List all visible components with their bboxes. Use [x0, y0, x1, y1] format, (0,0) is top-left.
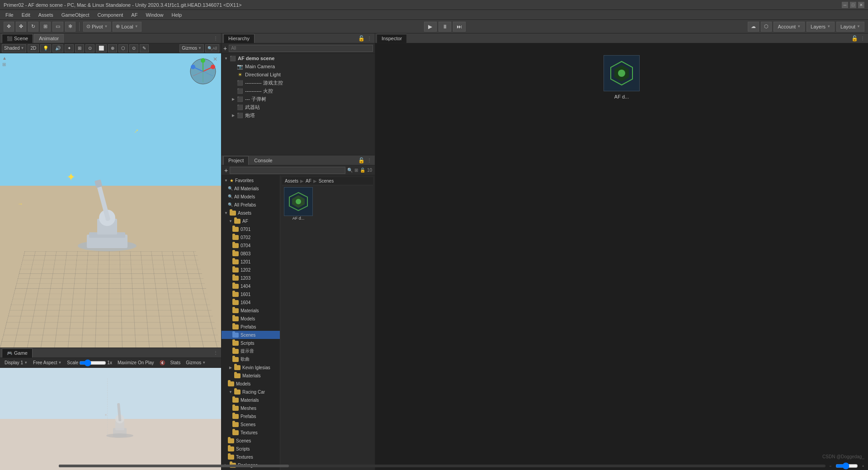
- rc-materials[interactable]: Materials: [222, 396, 280, 404]
- models-folder[interactable]: Models: [222, 380, 280, 388]
- play-button[interactable]: ▶: [424, 22, 437, 32]
- transform-rotate-tool[interactable]: ↻: [28, 22, 38, 32]
- scale-slider[interactable]: [79, 360, 106, 366]
- project-lock[interactable]: 🔓: [358, 157, 365, 164]
- aspect-dropdown[interactable]: Free Aspect ▼: [31, 360, 63, 365]
- tab-scene[interactable]: ⬛ Scene: [2, 34, 33, 43]
- af-tishiyin[interactable]: 提示音: [222, 347, 280, 355]
- add-asset-btn[interactable]: +: [224, 167, 228, 174]
- tab-console[interactable]: Console: [250, 156, 277, 165]
- af-scenes[interactable]: Scenes: [222, 331, 280, 339]
- af-1604[interactable]: 1604: [222, 298, 280, 306]
- proj-hscrollbar-thumb[interactable]: [280, 465, 289, 467]
- pivot-button[interactable]: ⊙ Pivot ▼: [83, 22, 111, 32]
- game-panel-options[interactable]: ⋮: [212, 349, 219, 357]
- inspector-options[interactable]: ⋮: [859, 35, 866, 42]
- af-0701[interactable]: 0701: [222, 225, 280, 233]
- hier-item-fire-control[interactable]: ⬛ ---------- 火控: [222, 87, 375, 95]
- stats-button[interactable]: Stats: [169, 360, 183, 365]
- textures-root-folder[interactable]: Textures: [222, 453, 280, 461]
- favorites-root[interactable]: ▼ ★ Favorites: [222, 176, 280, 184]
- transform-scale-tool[interactable]: ⊞: [40, 22, 51, 32]
- game-gizmos-dropdown[interactable]: Gizmos ▼: [184, 360, 208, 365]
- rc-meshes[interactable]: Meshes: [222, 404, 280, 412]
- maximize-on-play[interactable]: Maximize On Play: [116, 360, 156, 365]
- audio-toggle[interactable]: 🔊: [52, 44, 63, 52]
- local-button[interactable]: ⊕ Local ▼: [113, 22, 141, 32]
- lock-project-btn[interactable]: 🔓: [360, 168, 365, 173]
- scene-toolbar-btn-10[interactable]: ⊙: [129, 44, 138, 52]
- scene-viewport[interactable]: ✦: [0, 53, 221, 348]
- kevin-iglesias-folder[interactable]: ▶ Kevin Iglesias: [222, 363, 280, 371]
- inspector-lock[interactable]: 🔓: [851, 35, 858, 42]
- layout-button[interactable]: Layout ▼: [836, 22, 864, 32]
- scene-toolbar-btn-11[interactable]: ✎: [140, 44, 149, 52]
- 2d-toggle[interactable]: 2D: [28, 44, 39, 52]
- transform-hand-tool[interactable]: ✥: [4, 22, 14, 32]
- project-search-input[interactable]: [230, 167, 345, 174]
- filter-btn[interactable]: ⊞: [354, 168, 358, 173]
- menu-item-edit[interactable]: Edit: [18, 11, 34, 19]
- hier-item-weapon-station[interactable]: ⬛ 武器站: [222, 103, 375, 111]
- scene-close-btn[interactable]: ✕: [212, 56, 219, 63]
- hierarchy-lock[interactable]: 🔓: [358, 35, 365, 42]
- af-0702[interactable]: 0702: [222, 233, 280, 241]
- pause-button[interactable]: ⏸: [439, 22, 451, 32]
- af-models[interactable]: Models: [222, 315, 280, 323]
- scenes-root-folder[interactable]: Scenes: [222, 437, 280, 445]
- tab-project[interactable]: Project: [223, 156, 249, 165]
- scene-toolbar-btn-9[interactable]: ⬡: [118, 44, 128, 52]
- hier-item-bullets[interactable]: ▶ ⬛ --- 子弹树: [222, 95, 375, 103]
- scene-toolbar-btn-6[interactable]: ⊙: [85, 44, 94, 52]
- scene-panel-options[interactable]: ⋮: [212, 35, 219, 42]
- shading-dropdown[interactable]: Shaded ▼: [2, 44, 26, 52]
- af-0803[interactable]: 0803: [222, 249, 280, 258]
- menu-item-component[interactable]: Component: [94, 11, 127, 19]
- af-materials[interactable]: Materials: [222, 306, 280, 315]
- assets-root[interactable]: ▼ Assets: [222, 209, 280, 217]
- proj-all-prefabs[interactable]: 🔍 All Prefabs: [222, 201, 280, 209]
- transform-rect-tool[interactable]: ▭: [52, 22, 63, 32]
- rc-scenes[interactable]: Scenes: [222, 420, 280, 428]
- project-options[interactable]: ⋮: [366, 157, 373, 164]
- maximize-button[interactable]: □: [850, 2, 856, 8]
- transform-move-tool[interactable]: ✤: [16, 22, 26, 32]
- gizmos-dropdown[interactable]: Gizmos ▼: [179, 44, 204, 52]
- af-1201[interactable]: 1201: [222, 258, 280, 266]
- tab-hierarchy[interactable]: Hierarchy: [223, 34, 255, 43]
- scripts-root-folder[interactable]: Scripts: [222, 445, 280, 453]
- racing-car-folder[interactable]: ▼ Racing Car: [222, 388, 280, 396]
- af-1404[interactable]: 1404: [222, 282, 280, 290]
- mute-button[interactable]: 🔇: [158, 360, 167, 365]
- af-gequ[interactable]: 歌曲: [222, 355, 280, 363]
- asset-item-af-scene[interactable]: AF d...: [284, 187, 313, 221]
- scene-toolbar-btn-8[interactable]: ⊕: [108, 44, 117, 52]
- layers-button[interactable]: Layers ▼: [807, 22, 835, 32]
- fx-toggle[interactable]: ✦: [65, 44, 74, 52]
- menu-item-af[interactable]: AF: [127, 11, 141, 19]
- af-1601[interactable]: 1601: [222, 290, 280, 298]
- close-button[interactable]: ✕: [858, 2, 864, 8]
- tab-game[interactable]: 🎮 Game: [2, 348, 33, 357]
- display-dropdown[interactable]: Display 1 ▼: [3, 360, 29, 365]
- hierarchy-options[interactable]: ⋮: [366, 35, 373, 42]
- af-scripts[interactable]: Scripts: [222, 339, 280, 347]
- hier-item-af-demo-scene[interactable]: ▼ ⬛ AF demo scene: [222, 54, 375, 62]
- tab-animator[interactable]: Animator: [34, 34, 64, 43]
- search-btn[interactable]: 🔍: [347, 168, 353, 173]
- account-button[interactable]: Account ▼: [774, 22, 805, 32]
- hier-item-tower[interactable]: ▶ ⬛ 炮塔: [222, 111, 375, 119]
- af-0704[interactable]: 0704: [222, 241, 280, 249]
- menu-item-window[interactable]: Window: [142, 11, 167, 19]
- scene-toolbar-btn-5[interactable]: ⊞: [75, 44, 84, 52]
- rc-textures[interactable]: Textures: [222, 428, 280, 437]
- rc-prefabs[interactable]: Prefabs: [222, 412, 280, 420]
- af-prefabs[interactable]: Prefabs: [222, 323, 280, 331]
- hier-item-main-camera[interactable]: 📷 Main Camera: [222, 62, 375, 70]
- scale-control[interactable]: Scale 1x: [65, 360, 114, 366]
- cloud-button[interactable]: ⬡: [761, 22, 772, 32]
- collab-button[interactable]: ☁: [748, 22, 759, 32]
- step-button[interactable]: ⏭: [453, 22, 466, 32]
- tab-inspector[interactable]: Inspector: [377, 34, 406, 43]
- lighting-toggle[interactable]: 💡: [40, 44, 51, 52]
